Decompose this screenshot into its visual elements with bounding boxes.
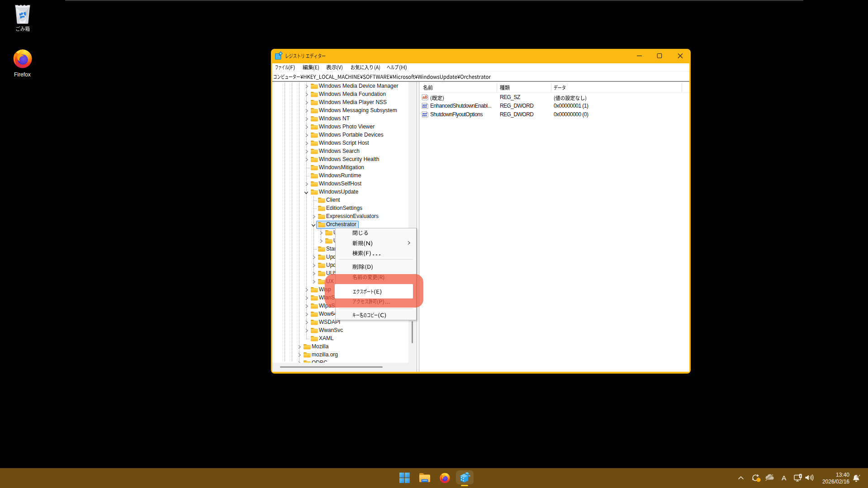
svg-text:z: z (859, 474, 860, 477)
svg-text:ab: ab (422, 95, 427, 99)
svg-text:A: A (782, 474, 787, 482)
